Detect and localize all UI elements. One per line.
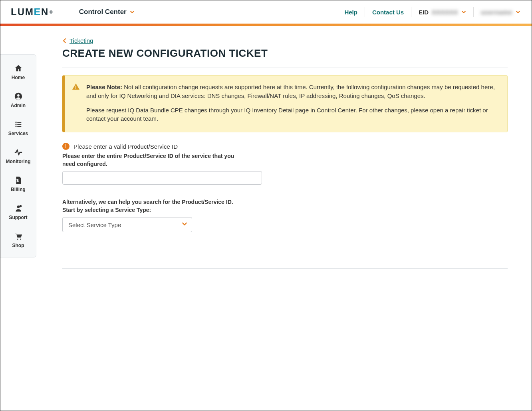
chevron-down-icon: [461, 10, 466, 14]
list-icon: [14, 120, 23, 129]
brand-text-e: E: [34, 6, 42, 18]
chevron-left-icon: [62, 38, 67, 44]
help-link[interactable]: Help: [337, 9, 365, 16]
note-paragraph: Please request IQ Data Bundle CPE change…: [86, 106, 498, 124]
chevron-down-icon: [516, 10, 520, 14]
control-center-dropdown[interactable]: Control Center: [79, 8, 135, 16]
sidebar-item-support[interactable]: Support: [0, 198, 36, 226]
control-center-label: Control Center: [79, 8, 127, 16]
svg-point-11: [20, 239, 21, 240]
error-icon: !: [62, 143, 69, 150]
svg-rect-2: [15, 122, 16, 123]
svg-rect-7: [17, 126, 21, 127]
divider: [62, 68, 508, 68]
svg-rect-6: [15, 126, 16, 127]
brand-text-post: N: [41, 6, 49, 18]
product-id-input[interactable]: [62, 171, 262, 185]
main-content: Ticketing CREATE NEW CONFIGURATION TICKE…: [0, 26, 532, 269]
sidebar-item-billing[interactable]: Billing: [0, 170, 36, 198]
sidebar-item-label: Services: [8, 131, 28, 136]
sidebar-item-label: Home: [12, 75, 25, 80]
eid-label: EID: [419, 9, 429, 16]
header-right: Help Contact Us EID XXXXXX username: [337, 7, 520, 17]
error-text: Please enter a valid Product/Service ID: [73, 143, 178, 150]
cart-icon: [14, 231, 23, 241]
eid-value: XXXXXX: [432, 9, 458, 16]
note-paragraph: Please Note: Not all configuration chang…: [86, 83, 498, 100]
home-icon: [14, 64, 23, 73]
validation-error: ! Please enter a valid Product/Service I…: [62, 143, 508, 150]
svg-point-10: [17, 239, 18, 240]
svg-point-8: [17, 206, 20, 208]
divider: [62, 268, 508, 269]
svg-rect-3: [17, 122, 21, 123]
product-id-label: Please enter the entire Product/Service …: [62, 152, 238, 168]
info-note: Please Note: Not all configuration chang…: [62, 75, 508, 132]
user-circle-icon: [14, 92, 23, 101]
service-type-label: Alternatively, we can help you search fo…: [62, 198, 242, 214]
sidebar-item-label: Support: [9, 215, 28, 220]
sidebar-item-label: Shop: [12, 243, 24, 248]
brand-logo: LUMEN®: [11, 6, 54, 18]
user-name: username: [481, 9, 512, 16]
svg-rect-4: [15, 124, 16, 125]
svg-rect-5: [17, 124, 21, 125]
activity-icon: [14, 148, 23, 157]
sidebar-item-services[interactable]: Services: [0, 114, 36, 142]
svg-rect-13: [75, 88, 76, 89]
svg-point-1: [17, 94, 20, 97]
sidebar: Home Admin Services Monitoring Billing S…: [0, 54, 36, 257]
sidebar-item-label: Admin: [11, 103, 26, 108]
sidebar-item-shop[interactable]: Shop: [0, 226, 36, 254]
sidebar-item-label: Billing: [11, 187, 26, 192]
service-type-select[interactable]: Select Service Type: [62, 217, 192, 232]
contact-us-link[interactable]: Contact Us: [365, 9, 411, 16]
svg-rect-12: [75, 86, 76, 88]
brand-reg: ®: [50, 10, 53, 14]
sidebar-item-home[interactable]: Home: [0, 58, 36, 86]
brand-text-pre: LUM: [11, 6, 34, 18]
support-icon: [14, 204, 23, 213]
note-text-1: Not all configuration change requests ar…: [86, 84, 495, 99]
warning-icon: [72, 83, 80, 91]
sidebar-item-monitoring[interactable]: Monitoring: [0, 142, 36, 170]
chevron-down-icon: [130, 10, 135, 14]
header: LUMEN® Control Center Help Contact Us EI…: [0, 0, 532, 24]
sidebar-item-label: Monitoring: [6, 159, 31, 164]
sidebar-item-admin[interactable]: Admin: [0, 86, 36, 114]
breadcrumb-link[interactable]: Ticketing: [69, 37, 93, 44]
user-dropdown[interactable]: username: [474, 9, 520, 16]
breadcrumb: Ticketing: [62, 37, 508, 44]
invoice-icon: [14, 176, 23, 185]
page-title: CREATE NEW CONFIGURATION TICKET: [62, 47, 508, 60]
eid-dropdown[interactable]: EID XXXXXX: [411, 9, 473, 16]
note-bold: Please Note:: [86, 84, 122, 90]
select-display: Select Service Type: [62, 217, 192, 232]
